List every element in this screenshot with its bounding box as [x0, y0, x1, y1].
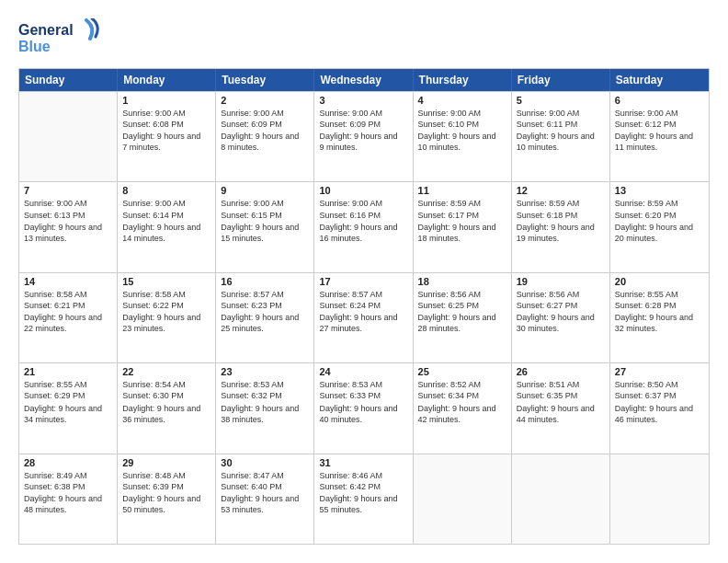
- sunrise-23: Sunrise: 8:53 AM: [221, 379, 309, 390]
- page: General Blue SundayMondayTuesdayWednesda…: [0, 0, 728, 563]
- sunset-24: Sunset: 6:33 PM: [319, 390, 407, 401]
- day-20: 20Sunrise: 8:55 AMSunset: 6:28 PMDayligh…: [610, 273, 709, 362]
- day-number-7: 7: [24, 185, 112, 196]
- sunset-26: Sunset: 6:35 PM: [517, 390, 605, 401]
- day-23: 23Sunrise: 8:53 AMSunset: 6:32 PMDayligh…: [216, 363, 314, 453]
- sunset-21: Sunset: 6:29 PM: [24, 390, 112, 401]
- sunset-18: Sunset: 6:25 PM: [418, 300, 506, 311]
- day-number-13: 13: [615, 185, 704, 196]
- sunset-6: Sunset: 6:12 PM: [615, 119, 704, 130]
- daylight-27: Daylight: 9 hours and46 minutes.: [615, 403, 704, 425]
- sunset-8: Sunset: 6:14 PM: [122, 210, 210, 221]
- day-number-17: 17: [319, 276, 407, 287]
- sunrise-28: Sunrise: 8:49 AM: [24, 470, 112, 481]
- day-7: 7Sunrise: 9:00 AMSunset: 6:13 PMDaylight…: [19, 182, 118, 271]
- header-day-monday: Monday: [118, 69, 216, 91]
- daylight-16: Daylight: 9 hours and25 minutes.: [221, 312, 309, 334]
- sunrise-3: Sunrise: 9:00 AM: [319, 108, 407, 119]
- daylight-28: Daylight: 9 hours and48 minutes.: [24, 493, 112, 515]
- day-number-5: 5: [517, 95, 605, 106]
- daylight-19: Daylight: 9 hours and30 minutes.: [517, 312, 605, 334]
- day-29: 29Sunrise: 8:48 AMSunset: 6:39 PMDayligh…: [118, 454, 216, 544]
- day-number-8: 8: [122, 185, 210, 196]
- day-5: 5Sunrise: 9:00 AMSunset: 6:11 PMDaylight…: [512, 92, 610, 181]
- day-24: 24Sunrise: 8:53 AMSunset: 6:33 PMDayligh…: [314, 363, 413, 453]
- sunset-19: Sunset: 6:27 PM: [517, 300, 605, 311]
- day-number-30: 30: [221, 457, 309, 468]
- sunset-12: Sunset: 6:18 PM: [517, 210, 605, 221]
- day-27: 27Sunrise: 8:50 AMSunset: 6:37 PMDayligh…: [610, 363, 709, 453]
- daylight-3: Daylight: 9 hours and9 minutes.: [319, 131, 407, 153]
- sunrise-27: Sunrise: 8:50 AM: [615, 379, 704, 390]
- sunset-17: Sunset: 6:24 PM: [319, 300, 407, 311]
- sunrise-11: Sunrise: 8:59 AM: [418, 198, 506, 209]
- day-number-11: 11: [418, 185, 506, 196]
- sunset-25: Sunset: 6:34 PM: [418, 390, 506, 401]
- day-number-21: 21: [24, 366, 112, 377]
- header-day-saturday: Saturday: [610, 69, 709, 91]
- daylight-31: Daylight: 9 hours and55 minutes.: [319, 493, 407, 515]
- sunrise-6: Sunrise: 9:00 AM: [615, 108, 704, 119]
- sunrise-14: Sunrise: 8:58 AM: [24, 289, 112, 300]
- logo: General Blue: [18, 18, 101, 57]
- sunset-2: Sunset: 6:09 PM: [221, 119, 309, 130]
- week-5: 28Sunrise: 8:49 AMSunset: 6:38 PMDayligh…: [19, 454, 709, 544]
- header: General Blue: [18, 18, 710, 57]
- sunrise-21: Sunrise: 8:55 AM: [24, 379, 112, 390]
- sunrise-2: Sunrise: 9:00 AM: [221, 108, 309, 119]
- day-number-20: 20: [615, 276, 704, 287]
- day-number-19: 19: [517, 276, 605, 287]
- sunset-30: Sunset: 6:40 PM: [221, 481, 309, 492]
- sunrise-26: Sunrise: 8:51 AM: [517, 379, 605, 390]
- sunset-22: Sunset: 6:30 PM: [122, 390, 210, 401]
- daylight-24: Daylight: 9 hours and40 minutes.: [319, 403, 407, 425]
- header-day-friday: Friday: [512, 69, 610, 91]
- sunset-9: Sunset: 6:15 PM: [221, 210, 309, 221]
- sunrise-1: Sunrise: 9:00 AM: [122, 108, 210, 119]
- day-9: 9Sunrise: 9:00 AMSunset: 6:15 PMDaylight…: [216, 182, 314, 271]
- day-number-16: 16: [221, 276, 309, 287]
- day-14: 14Sunrise: 8:58 AMSunset: 6:21 PMDayligh…: [19, 273, 118, 362]
- day-31: 31Sunrise: 8:46 AMSunset: 6:42 PMDayligh…: [314, 454, 413, 544]
- sunset-3: Sunset: 6:09 PM: [319, 119, 407, 130]
- header-day-tuesday: Tuesday: [216, 69, 314, 91]
- daylight-15: Daylight: 9 hours and23 minutes.: [122, 312, 210, 334]
- sunrise-15: Sunrise: 8:58 AM: [122, 289, 210, 300]
- daylight-25: Daylight: 9 hours and42 minutes.: [418, 403, 506, 425]
- day-number-1: 1: [122, 95, 210, 106]
- daylight-5: Daylight: 9 hours and10 minutes.: [517, 131, 605, 153]
- day-number-28: 28: [24, 457, 112, 468]
- sunset-4: Sunset: 6:10 PM: [418, 119, 506, 130]
- sunset-15: Sunset: 6:22 PM: [122, 300, 210, 311]
- day-16: 16Sunrise: 8:57 AMSunset: 6:23 PMDayligh…: [216, 273, 314, 362]
- daylight-1: Daylight: 9 hours and7 minutes.: [122, 131, 210, 153]
- day-number-10: 10: [319, 185, 407, 196]
- sunrise-13: Sunrise: 8:59 AM: [615, 198, 704, 209]
- logo-svg: General Blue: [18, 18, 101, 57]
- day-number-25: 25: [418, 366, 506, 377]
- sunset-23: Sunset: 6:32 PM: [221, 390, 309, 401]
- day-8: 8Sunrise: 9:00 AMSunset: 6:14 PMDaylight…: [118, 182, 216, 271]
- daylight-11: Daylight: 9 hours and18 minutes.: [418, 222, 506, 244]
- day-number-15: 15: [122, 276, 210, 287]
- empty-cell-w4-5: [512, 454, 610, 544]
- day-number-2: 2: [221, 95, 309, 106]
- sunrise-20: Sunrise: 8:55 AM: [615, 289, 704, 300]
- svg-text:General: General: [18, 22, 74, 38]
- day-number-26: 26: [517, 366, 605, 377]
- daylight-23: Daylight: 9 hours and38 minutes.: [221, 403, 309, 425]
- day-1: 1Sunrise: 9:00 AMSunset: 6:08 PMDaylight…: [118, 92, 216, 181]
- day-26: 26Sunrise: 8:51 AMSunset: 6:35 PMDayligh…: [512, 363, 610, 453]
- week-2: 7Sunrise: 9:00 AMSunset: 6:13 PMDaylight…: [19, 181, 709, 271]
- week-3: 14Sunrise: 8:58 AMSunset: 6:21 PMDayligh…: [19, 272, 709, 362]
- sunset-14: Sunset: 6:21 PM: [24, 300, 112, 311]
- sunrise-5: Sunrise: 9:00 AM: [517, 108, 605, 119]
- daylight-2: Daylight: 9 hours and8 minutes.: [221, 131, 309, 153]
- day-number-27: 27: [615, 366, 704, 377]
- day-number-6: 6: [615, 95, 704, 106]
- daylight-7: Daylight: 9 hours and13 minutes.: [24, 222, 112, 244]
- header-day-thursday: Thursday: [414, 69, 512, 91]
- daylight-17: Daylight: 9 hours and27 minutes.: [319, 312, 407, 334]
- week-4: 21Sunrise: 8:55 AMSunset: 6:29 PMDayligh…: [19, 362, 709, 453]
- sunrise-8: Sunrise: 9:00 AM: [122, 198, 210, 209]
